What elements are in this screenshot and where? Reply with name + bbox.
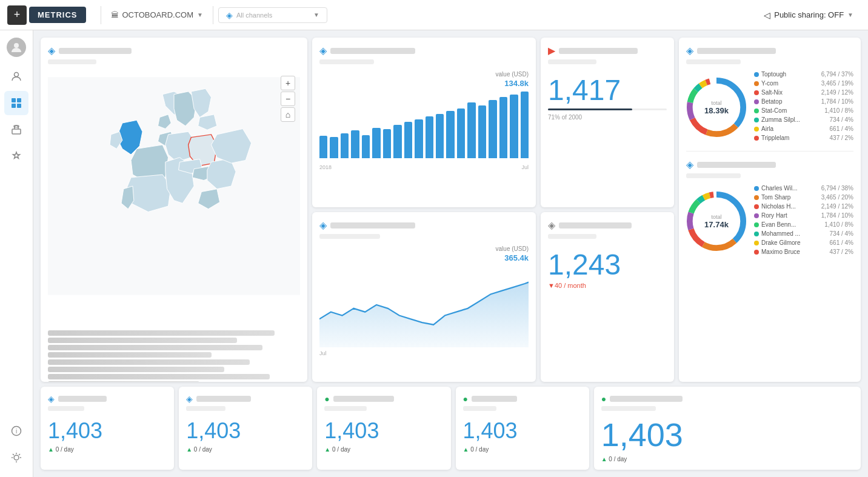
bar-chart-subtitle bbox=[319, 59, 374, 64]
donut2-total-label: total bbox=[704, 214, 729, 220]
svg-point-10 bbox=[14, 455, 19, 460]
org-dropdown[interactable]: 🏛 OCTOBOARD.COM ▼ bbox=[106, 8, 208, 22]
metrics-button[interactable]: METRICS bbox=[29, 7, 86, 23]
metric1-icon: ▶ bbox=[548, 45, 555, 56]
bar-chart-icon: ◈ bbox=[319, 45, 327, 56]
legend-line bbox=[48, 374, 270, 379]
filter-label: All channels bbox=[236, 12, 310, 19]
bar bbox=[499, 97, 507, 158]
bottom1-subtitle bbox=[48, 406, 84, 411]
legend-dot bbox=[754, 250, 759, 255]
map-card-header: ◈ bbox=[48, 45, 300, 66]
donut1-legend: Toptough 6,794 / 37% Y-com 3,465 / 19% S… bbox=[754, 71, 853, 144]
donut-legend-item: Maximo Bruce 437 / 2% bbox=[754, 249, 853, 255]
legend-line bbox=[48, 367, 224, 372]
bar bbox=[330, 137, 338, 158]
donut-legend-item: Evan Benn... 1,410 / 8% bbox=[754, 221, 853, 228]
legend-dot bbox=[754, 222, 759, 227]
svg-point-0 bbox=[14, 43, 19, 48]
metric2-sub: ▼40 / month bbox=[548, 282, 667, 289]
svg-rect-6 bbox=[12, 129, 21, 134]
bottom4-subtitle bbox=[463, 406, 496, 411]
line-chart-card: ◈ value (USD) 365.4k Jul bbox=[312, 212, 536, 382]
legend-val: 437 / 2% bbox=[830, 249, 853, 255]
legend-dot bbox=[754, 108, 759, 113]
legend-dot bbox=[754, 186, 759, 191]
legend-name: Toptough bbox=[761, 71, 819, 78]
sidebar-item-profile[interactable] bbox=[4, 64, 28, 88]
donut2-section: ◈ total 17.74k Charles Wil... 6,794 / 38… bbox=[686, 159, 853, 258]
legend-name: Salt-Nix bbox=[761, 89, 819, 96]
donut1-total-label: total bbox=[704, 100, 729, 106]
bar-chart bbox=[319, 90, 529, 163]
map-home[interactable]: ⌂ bbox=[281, 107, 295, 122]
donut1-wrapper: total 18.39k Toptough 6,794 / 37% Y-com … bbox=[686, 71, 853, 144]
bottom4-value: 1,403 bbox=[463, 418, 582, 444]
public-sharing-button[interactable]: ◁ Public sharing: OFF ▼ bbox=[756, 8, 861, 22]
org-name: OCTOBOARD.COM bbox=[122, 10, 194, 19]
legend-name: Nicholas H... bbox=[761, 203, 819, 210]
bottom5-delta: ▲ 0 / day bbox=[601, 456, 853, 462]
donut-legend-item: Mohammed ... 734 / 4% bbox=[754, 230, 853, 237]
bar bbox=[446, 111, 454, 158]
bar bbox=[415, 119, 422, 158]
bottom5-icon: ● bbox=[601, 394, 606, 404]
bottom5-value: 1,403 bbox=[601, 416, 853, 453]
bar bbox=[489, 100, 496, 158]
sidebar-item-debug[interactable] bbox=[4, 445, 28, 470]
filter-icon: ◈ bbox=[226, 10, 233, 20]
legend-dot bbox=[754, 99, 759, 104]
bottom2-delta-val: 0 / day bbox=[194, 446, 212, 453]
bottom5-arrow: ▲ bbox=[601, 456, 607, 462]
bar bbox=[362, 135, 370, 159]
map-controls: + − ⌂ bbox=[281, 76, 295, 122]
legend-name: Zumma Silpl... bbox=[761, 116, 827, 123]
legend-name: Charles Wil... bbox=[761, 185, 819, 192]
bottom1-delta-val: 0 / day bbox=[56, 446, 74, 453]
svg-rect-4 bbox=[12, 104, 16, 108]
line-chart-title bbox=[330, 222, 415, 228]
bottom3-delta-val: 0 / day bbox=[332, 446, 350, 453]
metric1-title bbox=[559, 48, 638, 54]
bottom-row: ◈ 1,403 ▲ 0 / day ◈ 1,403 ▲ 0 / day bbox=[41, 387, 861, 470]
donut2-chart: total 17.74k bbox=[686, 191, 747, 252]
sidebar-item-organization[interactable] bbox=[4, 118, 28, 142]
bottom1-icon: ◈ bbox=[48, 394, 55, 404]
filter-dropdown[interactable]: ◈ All channels ▼ bbox=[218, 7, 327, 23]
map-card-icon: ◈ bbox=[48, 45, 55, 56]
line-chart-svg bbox=[319, 262, 529, 347]
bar-chart-card: ◈ value (USD) 134.8k 2018 Jul bbox=[312, 38, 536, 207]
map-zoom-out[interactable]: − bbox=[281, 92, 295, 106]
bar-chart-header: ◈ bbox=[319, 45, 529, 66]
bottom4-arrow: ▲ bbox=[463, 446, 469, 453]
sidebar-item-info[interactable]: i bbox=[4, 419, 28, 443]
bottom-card-5: ● 1,403 ▲ 0 / day bbox=[594, 387, 861, 470]
map-zoom-in[interactable]: + bbox=[281, 76, 295, 90]
legend-name: Mohammed ... bbox=[761, 230, 827, 237]
metric1-bar bbox=[548, 108, 667, 110]
donut1-header: ◈ bbox=[686, 45, 853, 66]
legend-name: Maximo Bruce bbox=[761, 249, 827, 255]
legend-dot bbox=[754, 90, 759, 95]
donut1-title bbox=[697, 48, 776, 54]
donut1-icon: ◈ bbox=[686, 45, 693, 56]
bottom3-arrow: ▲ bbox=[324, 446, 330, 453]
bottom5-subtitle bbox=[601, 406, 656, 411]
sidebar-item-integrations[interactable] bbox=[4, 144, 28, 168]
user-avatar[interactable] bbox=[7, 38, 26, 57]
legend-dot bbox=[754, 213, 759, 218]
sidebar-item-dashboard[interactable] bbox=[4, 91, 28, 115]
donut1-chart: total 18.39k bbox=[686, 77, 747, 138]
bottom2-value: 1,403 bbox=[186, 418, 305, 444]
logo-button[interactable]: + bbox=[7, 5, 27, 25]
svg-rect-2 bbox=[12, 98, 16, 102]
bottom-card-3: ● 1,403 ▲ 0 / day bbox=[317, 387, 450, 470]
legend-dot bbox=[754, 127, 759, 132]
line-chart-subtitle bbox=[319, 234, 380, 239]
bottom1-delta: ▲ 0 / day bbox=[48, 446, 167, 453]
legend-name: Stat-Com bbox=[761, 107, 822, 114]
donut2-legend: Charles Wil... 6,794 / 38% Tom Sharp 3,4… bbox=[754, 185, 853, 258]
donut2-title bbox=[697, 162, 776, 168]
legend-val: 1,784 / 10% bbox=[821, 212, 853, 219]
metric1-bar-fill bbox=[548, 108, 632, 110]
